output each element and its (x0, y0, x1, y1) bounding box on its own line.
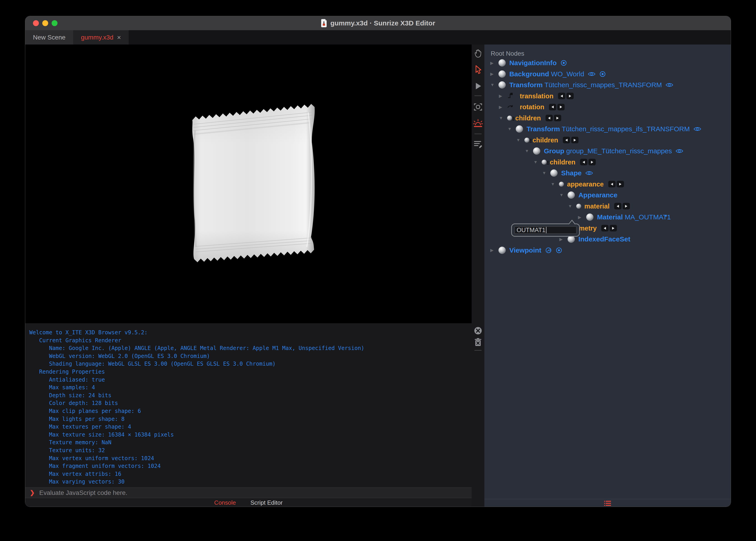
tab-label: New Scene (33, 34, 65, 41)
wrench-icon[interactable] (545, 247, 552, 254)
field-row-appearance[interactable]: ▼appearance (484, 179, 731, 190)
row-label: Material MA_OUTMAT1 (597, 213, 671, 221)
expand-arrow-icon[interactable]: ▶ (499, 93, 507, 99)
clear-console-icon[interactable] (473, 325, 483, 336)
route-connectors-icon[interactable] (563, 137, 578, 143)
row-label: material (584, 202, 610, 210)
row-type-label: IndexedFaceSet (578, 235, 630, 243)
field-row-translation[interactable]: ▶translation (484, 91, 731, 102)
collapse-arrow-icon[interactable]: ▼ (551, 182, 559, 187)
toolbar-divider (474, 134, 482, 134)
viewport-toolbar (472, 45, 484, 507)
play-icon[interactable] (473, 81, 483, 91)
close-window-button[interactable] (33, 20, 39, 26)
node-row-transform[interactable]: ▼Transform Tütchen_rissc_mappes_ifs_TRAN… (484, 124, 731, 135)
tab-gummy-x3d[interactable]: gummy.x3d × (73, 30, 129, 45)
node-sphere-icon (498, 247, 506, 254)
clear-messages-trash-icon[interactable] (473, 337, 483, 347)
row-type-label: Transform (509, 81, 543, 89)
node-row-navigationinfo[interactable]: ▶NavigationInfo (484, 57, 731, 69)
row-type-label: Shape (561, 169, 582, 177)
route-connectors-icon[interactable] (546, 115, 561, 121)
window-title: gummy.x3d · Sunrize X3D Editor (321, 19, 435, 27)
node-row-material[interactable]: ▶Material MA_OUTMAT1 (484, 212, 731, 223)
row-label: rotation (520, 103, 544, 111)
console-output: Welcome to X_ITE X3D Browser v9.5.2: Cur… (25, 324, 472, 486)
eye-icon[interactable] (666, 82, 673, 88)
bottom-tab-bar: Console Script Editor (25, 498, 472, 507)
field-row-rotation[interactable]: ▶rotation (484, 102, 731, 113)
3d-viewport[interactable] (25, 45, 472, 323)
row-type-label: Material (597, 213, 623, 221)
row-type-label: children (550, 159, 576, 166)
node-row-appearance[interactable]: ▼Appearance (484, 190, 731, 201)
collapse-arrow-icon[interactable]: ▼ (559, 193, 568, 198)
collapse-arrow-icon[interactable]: ▼ (568, 204, 576, 209)
expand-arrow-icon[interactable]: ▶ (490, 248, 498, 253)
node-sphere-icon (498, 70, 506, 78)
field-row-material[interactable]: ▼material (484, 201, 731, 212)
route-connectors-icon[interactable] (608, 181, 624, 187)
route-connectors-icon[interactable] (601, 225, 617, 232)
expand-arrow-icon[interactable]: ▶ (559, 237, 568, 242)
row-def-name: WO_World (549, 70, 584, 78)
expand-arrow-icon[interactable]: ▶ (490, 71, 498, 77)
collapse-arrow-icon[interactable]: ▼ (508, 127, 516, 132)
console-input-row: ❯ (25, 487, 472, 498)
route-connectors-icon[interactable] (549, 104, 565, 110)
route-connectors-icon[interactable] (580, 159, 596, 165)
snapshot-camera-icon[interactable] (473, 102, 483, 112)
node-row-background[interactable]: ▶Background WO_World (484, 69, 731, 80)
outline-list-icon[interactable] (604, 500, 611, 506)
row-label: appearance (567, 180, 604, 188)
node-row-transform[interactable]: ▼Transform Tütchen_rissc_mappes_TRANSFOR… (484, 80, 731, 91)
tab-console[interactable]: Console (214, 499, 236, 506)
row-label: Background WO_World (509, 70, 584, 78)
eye-icon[interactable] (585, 170, 593, 176)
node-sphere-icon (568, 192, 575, 199)
route-connectors-icon[interactable] (614, 203, 630, 210)
rename-input[interactable]: OUTMAT1 (515, 227, 576, 234)
tab-new-scene[interactable]: New Scene (25, 30, 73, 45)
eye-icon[interactable] (693, 126, 701, 132)
row-type-label: appearance (567, 181, 604, 188)
eye-icon[interactable] (588, 71, 596, 77)
collapse-arrow-icon[interactable]: ▼ (516, 138, 524, 143)
route-connectors-icon[interactable] (558, 93, 574, 99)
row-type-label: Viewpoint (509, 247, 541, 254)
row-label: Group group_ME_Tütchen_rissc_mappes (544, 147, 672, 155)
row-label: Shape (561, 169, 582, 177)
select-arrow-icon[interactable] (473, 65, 483, 75)
collapse-arrow-icon[interactable]: ▼ (542, 171, 550, 176)
node-sphere-icon (568, 236, 575, 243)
expand-arrow-icon[interactable]: ▶ (499, 105, 507, 110)
bind-icon[interactable] (556, 247, 562, 254)
tab-close-icon[interactable]: × (117, 34, 121, 41)
script-edit-icon[interactable] (473, 139, 483, 149)
tab-script-editor[interactable]: Script Editor (250, 499, 283, 506)
title-bar[interactable]: gummy.x3d · Sunrize X3D Editor (25, 16, 731, 30)
expand-arrow-icon[interactable]: ▶ (578, 215, 586, 220)
node-row-group[interactable]: ▼Group group_ME_Tütchen_rissc_mappes (484, 146, 731, 157)
zoom-window-button[interactable] (52, 20, 58, 26)
eye-icon[interactable] (676, 148, 683, 154)
bind-icon[interactable] (560, 60, 567, 66)
collapse-arrow-icon[interactable]: ▼ (499, 116, 507, 121)
pan-hand-icon[interactable] (473, 48, 483, 59)
field-row-children[interactable]: ▼children (484, 157, 731, 168)
node-row-shape[interactable]: ▼Shape (484, 168, 731, 179)
expand-arrow-icon[interactable]: ▶ (490, 60, 498, 66)
row-type-label: material (584, 203, 610, 210)
field-row-children[interactable]: ▼children (484, 135, 731, 146)
field-row-children[interactable]: ▼children (484, 113, 731, 124)
viewport-3d-object-pouch[interactable] (190, 102, 320, 264)
row-label: children (533, 136, 558, 144)
collapse-arrow-icon[interactable]: ▼ (533, 160, 542, 165)
bind-icon[interactable] (599, 71, 606, 77)
collapse-arrow-icon[interactable]: ▼ (490, 82, 498, 87)
minimize-window-button[interactable] (42, 20, 48, 26)
node-row-viewpoint[interactable]: ▶Viewpoint (484, 245, 731, 256)
sunrise-light-icon[interactable] (473, 118, 483, 129)
console-input[interactable] (39, 489, 403, 497)
collapse-arrow-icon[interactable]: ▼ (525, 149, 533, 154)
